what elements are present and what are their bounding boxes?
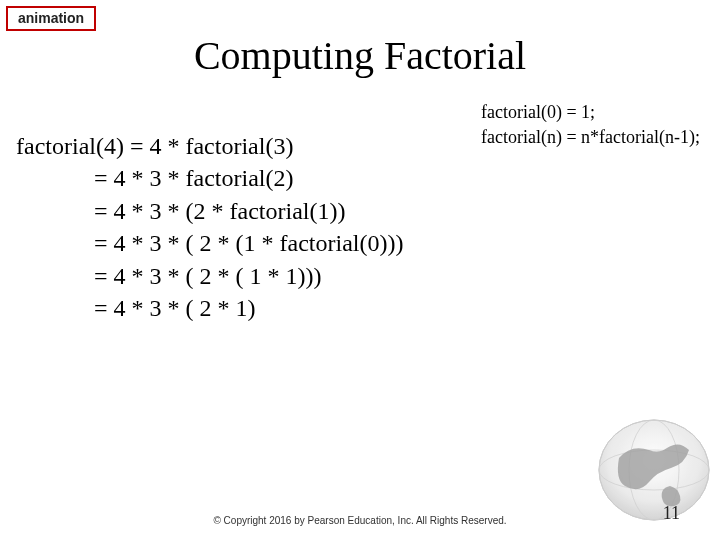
derivation-block: factorial(4) = 4 * factorial(3) = 4 * 3 …	[16, 130, 403, 324]
derivation-rhs-5: = 4 * 3 * ( 2 * ( 1 * 1)))	[94, 263, 322, 289]
derivation-line-2: = 4 * 3 * factorial(2)	[16, 162, 403, 194]
derivation-lhs: factorial(4)	[16, 133, 130, 159]
derivation-line-1: factorial(4) = 4 * factorial(3)	[16, 130, 403, 162]
slide-title: Computing Factorial	[0, 32, 720, 79]
derivation-rhs-3: = 4 * 3 * (2 * factorial(1))	[94, 198, 345, 224]
derivation-line-4: = 4 * 3 * ( 2 * (1 * factorial(0)))	[16, 227, 403, 259]
derivation-rhs-1: = 4 * factorial(3)	[130, 133, 293, 159]
recursive-case: factorial(n) = n*factorial(n-1);	[481, 125, 700, 150]
recursion-rules: factorial(0) = 1; factorial(n) = n*facto…	[481, 100, 700, 150]
base-case: factorial(0) = 1;	[481, 100, 700, 125]
animation-badge-label: animation	[18, 10, 84, 26]
derivation-rhs-6: = 4 * 3 * ( 2 * 1)	[94, 295, 256, 321]
animation-badge: animation	[6, 6, 96, 31]
derivation-rhs-2: = 4 * 3 * factorial(2)	[94, 165, 293, 191]
derivation-line-6: = 4 * 3 * ( 2 * 1)	[16, 292, 403, 324]
derivation-rhs-4: = 4 * 3 * ( 2 * (1 * factorial(0)))	[94, 230, 403, 256]
globe-graphic	[574, 408, 714, 528]
page-number: 11	[663, 503, 680, 524]
derivation-line-3: = 4 * 3 * (2 * factorial(1))	[16, 195, 403, 227]
derivation-line-5: = 4 * 3 * ( 2 * ( 1 * 1)))	[16, 260, 403, 292]
copyright-footer: © Copyright 2016 by Pearson Education, I…	[0, 515, 720, 526]
